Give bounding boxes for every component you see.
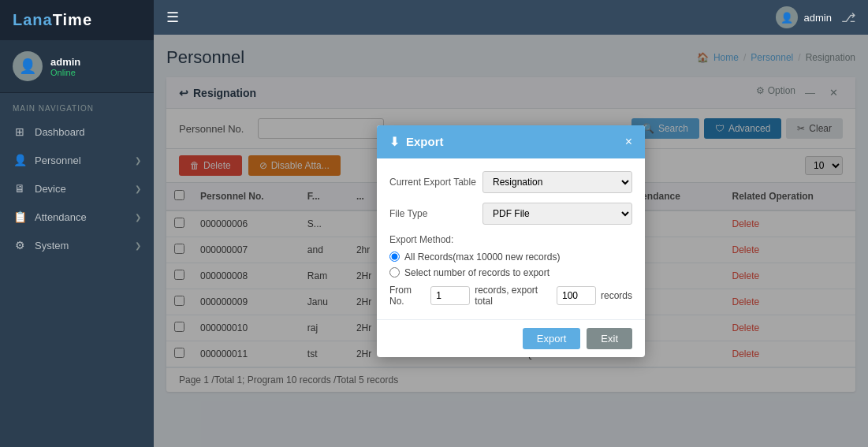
table-label: Current Export Table [389,177,476,188]
records-end-label: records [601,290,632,301]
sidebar: LanaTime 👤 admin Online MAIN NAVIGATION … [0,0,154,447]
radio-all-label: All Records(max 10000 new records) [404,251,560,263]
sidebar-item-label: Dashboard [35,126,85,138]
modal-title: ⬇ Export [389,135,444,149]
sidebar-status: Online [50,68,80,77]
main-content: ☰ 👤 admin ⎇ Personnel 🏠 Home / Personnel… [154,0,868,447]
avatar: 👤 [13,51,43,81]
chevron-right-icon: ❯ [135,241,141,250]
radio-select-input[interactable] [389,267,400,278]
filetype-row-field: File Type PDF File [389,203,632,225]
topbar-user: 👤 admin [776,6,832,28]
personnel-icon: 👤 [13,154,27,166]
device-icon: 🖥 [13,182,27,195]
sidebar-item-dashboard[interactable]: ⊞Dashboard [0,117,154,146]
exit-button[interactable]: Exit [587,328,632,349]
sidebar-item-attendance[interactable]: 📋Attendance ❯ [0,203,154,231]
topbar-username: admin [804,12,832,24]
export-method-section: Export Method: All Records(max 10000 new… [389,234,632,307]
sidebar-item-personnel[interactable]: 👤Personnel ❯ [0,146,154,174]
modal-close-button[interactable]: × [625,135,632,149]
sidebar-item-label: Device [35,183,66,195]
filetype-select[interactable]: PDF File [482,203,632,225]
sidebar-user: 👤 admin Online [0,40,154,93]
modal-footer: Export Exit [377,319,645,357]
from-input[interactable] [430,286,470,305]
chevron-right-icon: ❯ [135,213,141,222]
sidebar-item-label: System [35,240,69,251]
radio-select-records: Select number of records to export [389,267,632,278]
from-row: From No. records, export total records [389,285,632,307]
radio-all-input[interactable] [389,251,400,262]
hamburger-icon[interactable]: ☰ [166,9,179,26]
topbar: ☰ 👤 admin ⎇ [154,0,868,35]
logo-second: Time [53,11,92,28]
records-label: records, export total [475,285,552,307]
dashboard-icon: ⊞ [13,125,27,138]
export-icon: ⬇ [389,135,400,149]
radio-all-records: All Records(max 10000 new records) [389,251,632,263]
sidebar-item-system[interactable]: ⚙System ❯ [0,231,154,259]
from-label: From No. [389,285,426,307]
attendance-icon: 📋 [13,210,27,223]
export-button[interactable]: Export [523,328,581,349]
filetype-label: File Type [389,208,476,219]
sidebar-item-label: Attendance [35,211,87,223]
app-logo: LanaTime [0,0,154,40]
export-table-select[interactable]: Resignation [482,171,632,193]
method-label: Export Method: [389,234,632,245]
sidebar-item-label: Personnel [35,155,81,166]
chevron-right-icon: ❯ [135,156,141,165]
topbar-avatar: 👤 [776,6,798,28]
sidebar-item-device[interactable]: 🖥Device ❯ [0,174,154,203]
export-modal: ⬇ Export × Current Export Table Resignat… [377,125,645,357]
nav-label: MAIN NAVIGATION [0,93,154,117]
total-input[interactable] [557,286,596,305]
share-icon[interactable]: ⎇ [841,10,855,25]
radio-select-label: Select number of records to export [404,267,549,278]
modal-body: Current Export Table Resignation File Ty… [377,158,645,319]
logo-first: Lana [13,11,53,28]
system-icon: ⚙ [13,239,27,251]
table-row-field: Current Export Table Resignation [389,171,632,193]
modal-overlay: ⬇ Export × Current Export Table Resignat… [154,35,868,447]
chevron-right-icon: ❯ [135,184,141,193]
sidebar-username: admin [50,56,80,68]
content-area: Personnel 🏠 Home / Personnel / Resignati… [154,35,868,447]
modal-header: ⬇ Export × [377,125,645,158]
